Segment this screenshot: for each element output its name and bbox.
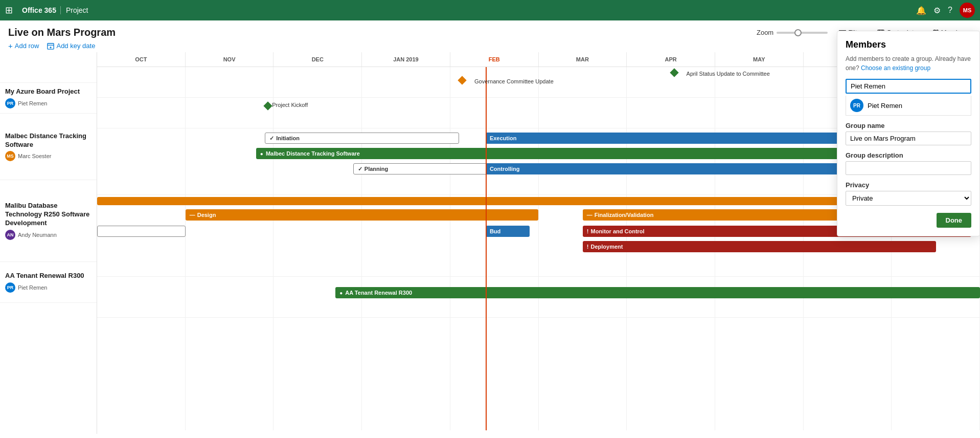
milestone-diamond-governance — [458, 76, 467, 85]
project-label: Project — [66, 6, 88, 14]
calendar-plus-icon — [47, 42, 54, 50]
add-key-date-button[interactable]: Add key date — [47, 42, 95, 50]
tasks-panel: My Azure Board Project PR Piet Remen Mal… — [0, 52, 97, 434]
bar-initiation[interactable]: ✓ Initiation — [265, 133, 459, 144]
task-row-2: Malbec Distance Tracking Software MS Mar… — [0, 114, 97, 180]
grid-icon[interactable]: ⊞ — [5, 5, 13, 16]
task-name-3: Malibu Database Technology R250 Software… — [5, 202, 92, 228]
member-name-4: Piet Remen — [18, 284, 47, 291]
month-feb: FEB — [450, 52, 539, 67]
task-row-4: AA Tenant Renewal R300 PR Piet Remen — [0, 262, 97, 303]
bar-deployment[interactable]: ! Deployment — [583, 241, 936, 252]
member-name-1: Piet Remen — [18, 100, 47, 106]
member-avatar-3: AN — [5, 230, 15, 240]
page-header: Live on Mars Program Zoom Filter Go to d… — [0, 20, 980, 38]
suggestion-name-piet: Piet Remen — [868, 102, 902, 110]
done-button[interactable]: Done — [937, 213, 972, 228]
task-name-1: My Azure Board Project — [5, 87, 92, 96]
month-oct: OCT — [97, 52, 186, 67]
month-may: MAY — [715, 52, 804, 67]
group-name-label: Group name — [846, 122, 971, 129]
exclaim-icon-deployment: ! — [587, 244, 589, 250]
privacy-select[interactable]: Private Public — [846, 191, 971, 206]
month-apr: APR — [627, 52, 715, 67]
task-name-4: AA Tenant Renewal R300 — [5, 272, 92, 280]
bar-label-aa: AA Tenant Renewal R300 — [345, 290, 412, 296]
notification-icon[interactable]: 🔔 — [916, 6, 926, 15]
bar-label-controlling: Controlling — [490, 166, 520, 172]
bar-label-initiation: Initiation — [276, 135, 300, 141]
members-search-input[interactable] — [846, 79, 971, 94]
task-member-2: MS Marc Soester — [5, 151, 92, 161]
milestone-governance: Governance Committee Update — [459, 77, 465, 83]
milestone-diamond-kickoff — [264, 102, 272, 111]
checkmark-icon-planning: ✓ — [358, 166, 362, 172]
task-row-3: Malibu Database Technology R250 Software… — [0, 180, 97, 262]
timeline-row-4: ● AA Tenant Renewal R300 — [97, 277, 980, 318]
bar-label-bud: Bud — [490, 228, 500, 234]
dot-icon-malbec: ● — [260, 151, 263, 157]
members-panel: Members Add members to create a group. A… — [837, 52, 980, 236]
member-name-2: Marc Soester — [18, 153, 51, 159]
bar-bud[interactable]: Bud — [486, 226, 530, 237]
member-avatar-2: MS — [5, 151, 15, 161]
month-mar: MAR — [539, 52, 627, 67]
user-avatar[interactable]: MS — [960, 3, 975, 18]
group-name-input[interactable] — [846, 132, 971, 145]
topbar: ⊞ Office 365 Project 🔔 ⚙ ? MS — [0, 0, 980, 20]
bar-small-outline[interactable] — [97, 226, 186, 237]
month-jan: JAN 2019 — [362, 52, 450, 67]
member-suggestion-piet[interactable]: PR Piet Remen — [846, 96, 971, 115]
task-member-3: AN Andy Neumann — [5, 230, 92, 240]
members-panel-description: Add members to create a group. Already h… — [846, 54, 971, 73]
milestone-label-governance: Governance Committee Update — [474, 78, 554, 84]
member-avatar-1: PR — [5, 98, 15, 108]
bar-label-monitor: Monitor and Control — [591, 228, 645, 234]
checkmark-icon: ✓ — [269, 135, 274, 142]
svg-rect-6 — [48, 43, 54, 49]
main-area: My Azure Board Project PR Piet Remen Mal… — [0, 52, 980, 434]
task-row-1: My Azure Board Project PR Piet Remen — [0, 83, 97, 114]
milestone-label-april: April Status Update to Committee — [687, 71, 770, 77]
toolbar: + Add row Add key date — [0, 38, 980, 52]
help-icon[interactable]: ? — [948, 6, 952, 15]
bar-label-design: Design — [197, 212, 216, 218]
bar-aa-tenant[interactable]: ● AA Tenant Renewal R300 — [335, 287, 980, 298]
bar-label-planning: Planning — [364, 166, 388, 172]
privacy-label: Privacy — [846, 181, 971, 189]
dot-icon-aa: ● — [339, 290, 343, 296]
topbar-right: 🔔 ⚙ ? MS — [916, 3, 975, 18]
zoom-slider[interactable] — [777, 32, 828, 34]
member-name-3: Andy Neumann — [18, 232, 57, 238]
add-key-date-label: Add key date — [56, 42, 95, 50]
settings-icon[interactable]: ⚙ — [933, 6, 941, 15]
dash-icon-design: — — [190, 212, 195, 218]
bar-label-execution: Execution — [490, 135, 517, 141]
bar-label-finalization: Finalization/Validation — [595, 212, 654, 218]
suggestion-avatar-piet: PR — [850, 99, 863, 112]
milestone-label-kickoff: Project Kickoff — [272, 102, 308, 108]
group-description-input[interactable] — [846, 161, 971, 175]
zoom-label: Zoom — [757, 29, 773, 36]
bar-label-malbec: Malbec Distance Tracking Software — [266, 150, 360, 157]
milestone-kickoff: Project Kickoff — [265, 103, 271, 109]
add-row-button[interactable]: + Add row — [8, 41, 39, 50]
month-nov: NOV — [186, 52, 274, 67]
members-suggestions: PR Piet Remen — [846, 96, 971, 116]
month-dec: DEC — [274, 52, 362, 67]
exclaim-icon-monitor: ! — [587, 228, 589, 234]
today-line — [486, 67, 487, 430]
dash-icon-finalization: — — [587, 212, 592, 218]
task-member-4: PR Piet Remen — [5, 282, 92, 293]
milestone-diamond-april — [670, 69, 678, 77]
member-avatar-4: PR — [5, 282, 15, 293]
choose-group-link[interactable]: Choose an existing group — [861, 64, 930, 72]
group-description-label: Group description — [846, 151, 971, 159]
zoom-control: Zoom — [757, 29, 828, 36]
add-row-label: Add row — [15, 42, 39, 50]
page-title: Live on Mars Program — [8, 27, 116, 38]
plus-icon: + — [8, 41, 13, 50]
office365-label[interactable]: Office 365 — [18, 6, 61, 14]
task-name-2: Malbec Distance Tracking Software — [5, 132, 92, 149]
bar-label-deployment: Deployment — [591, 244, 623, 250]
